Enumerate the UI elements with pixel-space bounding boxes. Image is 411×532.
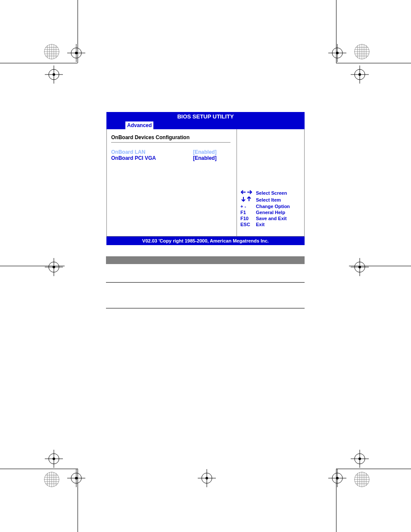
help-row: Select Item	[240, 196, 301, 203]
registration-target-icon	[349, 256, 371, 278]
registration-target-icon	[327, 42, 348, 64]
bios-title: BIOS SETUP UTILITY	[106, 112, 305, 121]
svg-point-65	[202, 473, 212, 483]
help-row: ESCExit	[240, 221, 301, 227]
bios-window: BIOS SETUP UTILITY Advanced OnBoard Devi…	[106, 112, 305, 245]
left-right-arrows-icon	[240, 190, 253, 195]
help-key	[240, 196, 256, 203]
svg-point-80	[332, 473, 342, 483]
setting-name: OnBoard LAN	[111, 149, 193, 155]
svg-point-68	[206, 477, 208, 479]
setting-name: OnBoard PCI VGA	[111, 155, 193, 161]
help-label: Exit	[256, 221, 265, 227]
svg-point-19	[355, 44, 369, 59]
help-row: + -Change Option	[240, 203, 301, 209]
help-row: F10Save and Exit	[240, 215, 301, 221]
registration-target-icon	[196, 467, 218, 489]
registration-ball	[43, 43, 60, 60]
registration-target-icon	[43, 448, 65, 470]
registration-target-icon	[43, 64, 65, 85]
svg-point-42	[355, 262, 365, 272]
svg-point-38	[49, 262, 59, 272]
setting-row[interactable]: OnBoard PCI VGA[Enabled]	[111, 155, 230, 161]
svg-point-57	[71, 473, 81, 483]
svg-point-87	[358, 457, 361, 460]
svg-point-69	[355, 472, 369, 487]
svg-point-0	[44, 44, 59, 59]
svg-point-84	[355, 454, 365, 464]
bios-footer: V02.03 'Copy right 1985-2000, American M…	[106, 236, 305, 245]
svg-point-46	[44, 472, 59, 487]
setting-value: [Enabled]	[193, 149, 217, 155]
section-title: OnBoard Devices Configuration	[111, 134, 230, 140]
registration-target-icon	[43, 256, 65, 278]
registration-ball	[43, 471, 60, 488]
up-down-arrows-icon	[240, 196, 253, 202]
help-row: F1General Help	[240, 209, 301, 215]
registration-target-icon	[65, 42, 87, 64]
help-label: Select Screen	[256, 190, 287, 196]
svg-point-61	[49, 454, 59, 464]
bios-tab-bar: Advanced	[106, 121, 305, 129]
bios-settings-pane: OnBoard Devices Configuration OnBoard LA…	[107, 129, 237, 236]
help-key: F1	[240, 209, 256, 215]
svg-point-11	[71, 48, 81, 58]
help-label: Save and Exit	[256, 215, 287, 221]
registration-target-icon	[327, 467, 348, 489]
help-row: Select Screen	[240, 190, 301, 196]
help-key: + -	[240, 203, 256, 209]
separator-line	[106, 308, 305, 308]
svg-point-18	[53, 73, 55, 76]
registration-target-icon	[65, 467, 87, 489]
help-label: General Help	[256, 209, 285, 215]
help-label: Select Item	[256, 197, 281, 203]
help-key: F10	[240, 215, 256, 221]
separator-line	[106, 282, 305, 283]
setting-row[interactable]: OnBoard LAN[Enabled]	[111, 149, 230, 155]
tab-advanced[interactable]: Advanced	[125, 121, 153, 129]
registration-target-icon	[349, 448, 371, 470]
svg-point-64	[53, 457, 55, 460]
bios-help-pane: Select ScreenSelect Item+ -Change Option…	[237, 129, 304, 236]
help-key: ESC	[240, 221, 256, 227]
registration-ball	[353, 471, 371, 488]
svg-point-30	[332, 48, 342, 58]
help-key	[240, 190, 256, 196]
setting-value: [Enabled]	[193, 155, 217, 161]
registration-ball	[353, 43, 371, 60]
help-label: Change Option	[256, 203, 290, 209]
svg-point-37	[358, 73, 361, 76]
svg-point-15	[49, 69, 59, 80]
registration-target-icon	[349, 64, 371, 85]
svg-point-34	[355, 69, 365, 80]
description-bar	[106, 256, 305, 264]
